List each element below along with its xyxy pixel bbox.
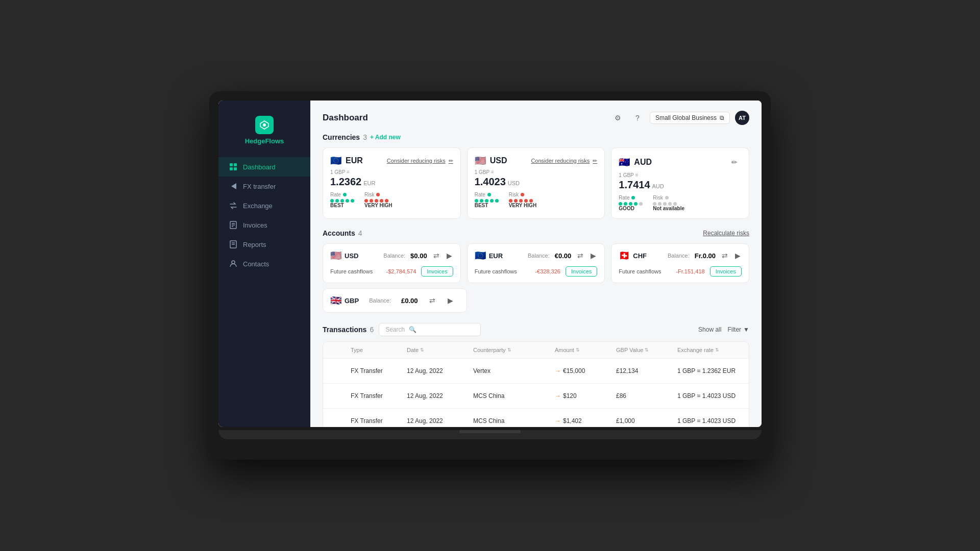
usd-code: USD [490,156,507,165]
eur-transfer-icon[interactable]: ⇄ [576,251,584,261]
eur-code: EUR [346,156,363,165]
account-card-chf: 🇨🇭 CHF Balance: Fr.0.00 ⇄ ▶ Futur [611,243,749,283]
company-badge[interactable]: Small Global Business ⧉ [650,112,730,124]
filter-button[interactable]: Filter ▼ [727,326,749,333]
filter-icon: ▼ [743,326,749,333]
show-all-button[interactable]: Show all [698,326,721,333]
svg-rect-4 [230,167,233,170]
aud-flag: 🇦🇺 [619,157,630,168]
gbp-transfer-icon[interactable]: ⇄ [428,295,436,306]
transactions-header: Transactions 6 Search 🔍 Show all Filter … [323,323,749,336]
sidebar-item-exchange-label: Exchange [243,202,273,210]
usd-invoices-btn[interactable]: Invoices [421,266,453,277]
search-placeholder: Search [385,326,405,333]
chf-invoices-btn[interactable]: Invoices [710,266,742,277]
col-gbp-value[interactable]: GBP Value ⇅ [616,347,677,353]
transactions-table: Type Date ⇅ Counterparty ⇅ Amount ⇅ GBP … [323,341,749,427]
svg-rect-3 [234,163,237,166]
top-right: ⚙ ? Small Global Business ⧉ AT [611,111,749,125]
col-counterparty[interactable]: Counterparty ⇅ [473,347,555,353]
exchange-icon [229,201,238,210]
table-header: Type Date ⇅ Counterparty ⇅ Amount ⇅ GBP … [323,342,749,359]
search-input[interactable]: Search 🔍 [379,323,481,336]
table-row: FX Transfer 12 Aug, 2022 Vertex →€15,000… [323,359,749,384]
page-title: Dashboard [323,113,368,123]
sidebar-item-reports-label: Reports [243,241,266,248]
currency-card-aud: 🇦🇺 AUD ✏ 1 GBP = 1.7414 AUD [611,147,749,219]
transactions-section: Transactions 6 Search 🔍 Show all Filter … [323,323,749,427]
top-bar: Dashboard ⚙ ? Small Global Business ⧉ AT [323,111,749,125]
main-content: Dashboard ⚙ ? Small Global Business ⧉ AT… [310,101,762,427]
aud-rate: 1.7414 [619,179,650,191]
logo-icon[interactable] [255,116,274,134]
sidebar: HedgeFlows Dashboard [218,101,310,427]
sidebar-item-invoices-label: Invoices [243,221,267,229]
usd-rate: 1.4023 [475,176,506,188]
usd-reduce-risks[interactable]: Consider reducing risks ✏ [531,158,597,164]
table-row: FX Transfer 12 Aug, 2022 MCS China →$1,4… [323,409,749,427]
aud-code: AUD [634,158,652,167]
usd-transfer-icon[interactable]: ⇄ [432,251,440,261]
usd-send-icon[interactable]: ▶ [446,251,453,261]
sidebar-item-exchange[interactable]: Exchange [218,196,310,215]
sidebar-item-dashboard-label: Dashboard [243,163,276,171]
accounts-section: Accounts 4 Recalculate risks 🇺🇸 USD [323,229,749,313]
usd-flag: 🇺🇸 [475,155,486,166]
svg-rect-2 [230,163,233,166]
accounts-section-header: Accounts 4 Recalculate risks [323,229,749,237]
dashboard-icon [229,162,238,171]
currencies-grid: 🇪🇺 EUR Consider reducing risks ✏ 1 GBP =… [323,147,749,219]
sidebar-item-invoices[interactable]: Invoices [218,215,310,235]
col-date[interactable]: Date ⇅ [407,347,473,353]
svg-marker-6 [231,183,236,189]
currency-card-usd: 🇺🇸 USD Consider reducing risks ✏ 1 GBP =… [467,147,605,219]
chf-transfer-icon[interactable]: ⇄ [721,251,729,261]
svg-point-1 [263,123,266,127]
sidebar-item-contacts[interactable]: Contacts [218,254,310,273]
logo-area: HedgeFlows [218,111,310,157]
eur-flag: 🇪🇺 [330,155,341,166]
svg-point-14 [232,261,235,264]
copy-icon: ⧉ [720,114,724,121]
accounts-grid: 🇺🇸 USD Balance: $0.00 ⇄ ▶ Future [323,243,749,283]
sidebar-item-reports[interactable]: Reports [218,235,310,254]
add-new-currency[interactable]: + Add new [370,134,401,141]
sidebar-item-dashboard[interactable]: Dashboard [218,157,310,177]
fx-transfer-icon [229,182,238,191]
account-card-usd: 🇺🇸 USD Balance: $0.00 ⇄ ▶ Future [323,243,461,283]
currencies-title: Currencies 3 + Add new [323,133,401,141]
settings-button[interactable]: ⚙ [611,111,625,125]
eur-reduce-risks[interactable]: Consider reducing risks ✏ [387,158,453,164]
gbp-send-icon[interactable]: ▶ [447,295,454,306]
eur-rate: 1.2362 [330,176,361,188]
currencies-section-header: Currencies 3 + Add new [323,133,749,141]
col-type: Type [351,347,407,353]
avatar: AT [735,111,749,125]
sidebar-item-contacts-label: Contacts [243,260,269,268]
search-icon: 🔍 [409,326,416,333]
contacts-icon [229,259,238,268]
sidebar-item-fx-transfer[interactable]: FX transfer [218,177,310,196]
currency-card-eur: 🇪🇺 EUR Consider reducing risks ✏ 1 GBP =… [323,147,461,219]
company-name: Small Global Business [655,114,717,121]
col-exchange-rate[interactable]: Exchange rate ⇅ [677,347,749,353]
eur-send-icon[interactable]: ▶ [590,251,597,261]
reports-icon [229,240,238,249]
account-card-eur: 🇪🇺 EUR Balance: €0.00 ⇄ ▶ Future [467,243,605,283]
recalculate-risks[interactable]: Recalculate risks [703,230,749,237]
sidebar-item-fx-label: FX transfer [243,183,276,190]
help-button[interactable]: ? [630,111,645,125]
account-card-gbp: 🇬🇧 GBP Balance: £0.00 ⇄ ▶ [323,288,467,313]
chf-send-icon[interactable]: ▶ [734,251,742,261]
logo-text: HedgeFlows [245,137,284,145]
invoices-icon [229,220,238,230]
svg-rect-5 [234,167,237,170]
table-row: FX Transfer 12 Aug, 2022 MCS China →$120… [323,384,749,409]
eur-invoices-btn[interactable]: Invoices [566,266,597,277]
col-amount[interactable]: Amount ⇅ [555,347,616,353]
aud-edit-icon[interactable]: ✏ [727,155,742,169]
